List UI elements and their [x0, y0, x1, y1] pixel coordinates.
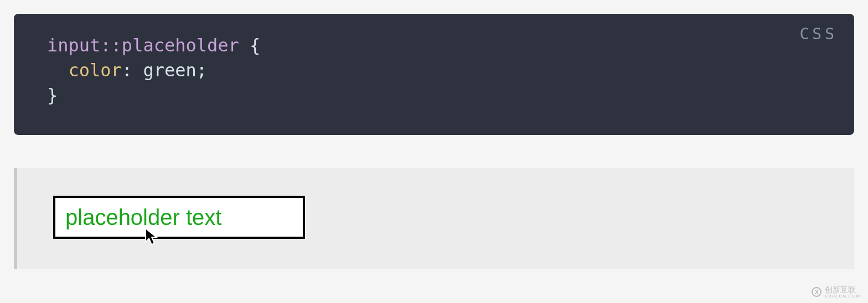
demo-text-input[interactable]	[53, 196, 305, 239]
code-token-brace-close: }	[47, 85, 58, 106]
demo-input-wrapper	[53, 196, 305, 239]
code-token-property: color	[69, 60, 122, 81]
code-token-value: green	[143, 60, 196, 81]
code-content[interactable]: input::placeholder { color: green; }	[47, 33, 821, 107]
watermark: X 创新互联 CXHLCN.COM	[812, 285, 860, 299]
watermark-brand: 创新互联	[825, 285, 856, 294]
code-token-semicolon: ;	[197, 60, 207, 81]
code-block: CSS input::placeholder { color: green; }	[14, 14, 854, 135]
example-output-box	[14, 168, 854, 269]
code-language-badge: CSS	[799, 25, 838, 43]
code-token-brace: {	[239, 35, 261, 56]
watermark-sub: CXHLCN.COM	[825, 294, 860, 299]
watermark-logo-icon: X	[812, 287, 822, 297]
watermark-text: 创新互联 CXHLCN.COM	[825, 285, 860, 299]
code-token-indent	[47, 60, 69, 81]
code-token-selector: input::placeholder	[47, 35, 239, 56]
code-token-colon: :	[122, 60, 143, 81]
